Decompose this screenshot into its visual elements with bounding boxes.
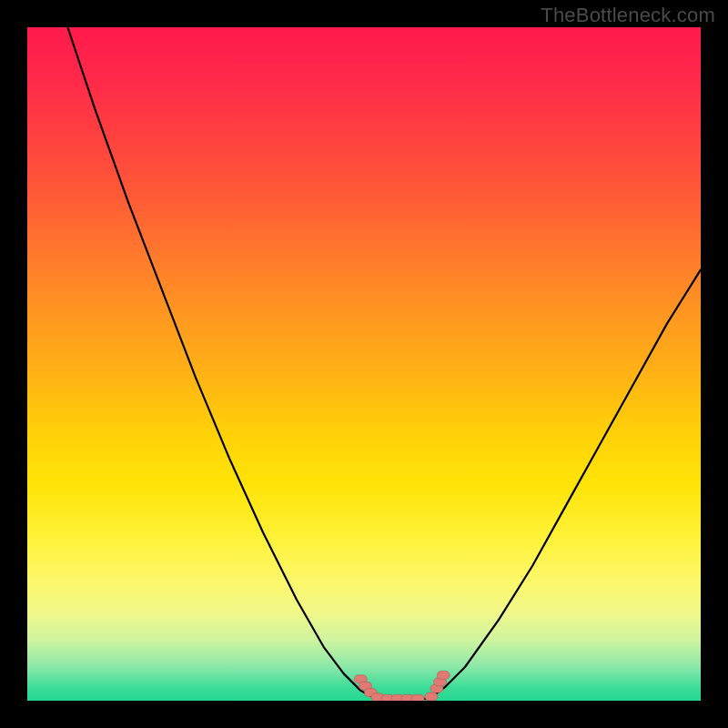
bottleneck-curve bbox=[67, 27, 701, 699]
attribution-text: TheBottleneck.com bbox=[541, 4, 715, 27]
bottleneck-marker bbox=[411, 694, 424, 701]
chart-svg bbox=[27, 27, 701, 701]
plot-area bbox=[27, 27, 701, 701]
chart-frame: TheBottleneck.com bbox=[0, 0, 728, 728]
bottleneck-marker bbox=[425, 693, 438, 701]
curve-group bbox=[67, 27, 701, 699]
bottleneck-marker bbox=[437, 671, 450, 679]
marker-group bbox=[354, 671, 450, 701]
